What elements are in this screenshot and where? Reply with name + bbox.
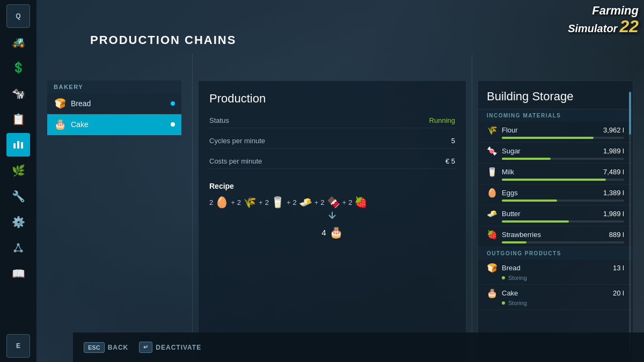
building-storage-title: Building Storage: [478, 81, 633, 109]
bread-status-indicator: [502, 276, 505, 279]
costs-label: Costs per minute: [209, 157, 262, 165]
outgoing-header: OUTGOING PRODUCTS: [478, 247, 633, 260]
page-title: PRODUCTION CHAINS: [90, 33, 236, 47]
strawberries-name: Strawberries: [502, 231, 605, 239]
svg-line-6: [15, 245, 18, 251]
sidebar-item-guide[interactable]: 📖: [6, 262, 30, 285]
sugar-icon: 🍬: [487, 146, 497, 156]
svg-line-7: [18, 245, 21, 251]
milk-name: Milk: [502, 168, 599, 176]
cake-label: Cake: [71, 120, 166, 129]
recipe-count-2: 2: [237, 198, 241, 206]
recipe-plus-2: +: [259, 198, 263, 206]
recipe-count-3: 2: [265, 198, 269, 206]
storage-item-butter: 🧈 Butter 1,989 l: [478, 205, 633, 226]
svg-rect-0: [13, 143, 16, 149]
cake-out-amount: 20 l: [613, 289, 624, 297]
bread-status-dot: [171, 101, 175, 106]
recipe-output-icon: 🎂: [330, 226, 343, 239]
sidebar-key-q[interactable]: Q: [6, 4, 30, 28]
cake-status-indicator: [502, 301, 505, 305]
storage-item-cake-out: 🎂 Cake 20 l Storing: [478, 285, 633, 310]
recipe-flour-icon: 🌾: [243, 196, 257, 209]
storage-item-sugar: 🍬 Sugar 1,989 l: [478, 143, 633, 164]
cycles-label: Cycles per minute: [209, 137, 265, 145]
left-panel: BAKERY 🍞 Bread 🎂 Cake: [47, 80, 181, 362]
bottom-bar: ESC BACK ↵ DEACTIVATE: [73, 333, 644, 362]
sidebar-item-production[interactable]: [6, 133, 30, 157]
recipe-plus-4: +: [314, 198, 319, 206]
main-content: PRODUCTION CHAINS BAKERY 🍞 Bread 🎂 Cake …: [36, 0, 644, 362]
bread-out-icon: 🍞: [487, 263, 497, 273]
eggs-amount: 1,389 l: [603, 189, 624, 197]
recipe-count-1: 2: [209, 198, 213, 206]
sidebar-item-field[interactable]: 🌿: [6, 159, 30, 182]
strawberries-bar-fill: [502, 241, 526, 243]
recipe-count-6: 2: [348, 198, 352, 206]
divider-left: [192, 54, 193, 362]
recipe-count-5: 2: [320, 198, 324, 206]
sidebar-item-contracts[interactable]: 📋: [6, 107, 30, 131]
deactivate-key: ↵: [139, 342, 152, 353]
storage-item-strawberries: 🍓 Strawberries 889 l: [478, 226, 633, 247]
deactivate-button[interactable]: ↵ DEACTIVATE: [139, 342, 201, 353]
sugar-amount: 1,989 l: [603, 147, 624, 155]
storage-item-flour: 🌾 Flour 3,962 l: [478, 122, 633, 143]
sidebar-item-tractor[interactable]: 🚜: [6, 30, 30, 54]
chain-item-cake[interactable]: 🎂 Cake: [47, 114, 181, 135]
status-label: Status: [209, 116, 229, 124]
recipe-strawberry-icon: 🍓: [354, 196, 368, 209]
flour-name: Flour: [502, 126, 599, 134]
divider-right: [472, 54, 472, 362]
back-button[interactable]: ESC BACK: [84, 342, 128, 353]
sugar-bar-bg: [502, 158, 624, 160]
milk-amount: 7,489 l: [603, 168, 624, 176]
milk-bar-fill: [502, 179, 606, 181]
chain-item-bread[interactable]: 🍞 Bread: [47, 93, 181, 114]
sidebar-item-animal[interactable]: 🐄: [6, 82, 30, 105]
strawberries-bar-bg: [502, 241, 624, 243]
sidebar-item-vehicle[interactable]: 🔧: [6, 184, 30, 208]
logo-year: 22: [619, 17, 639, 36]
sidebar-item-network[interactable]: [6, 236, 30, 260]
recipe-label: Recipe: [209, 182, 455, 190]
eggs-icon: 🥚: [487, 188, 497, 198]
cake-out-name: Cake: [502, 289, 609, 297]
cycles-row: Cycles per minute 5: [209, 137, 455, 149]
game-logo: Farming Simulator 22: [568, 4, 639, 36]
recipe-egg-icon: 🥚: [215, 196, 229, 209]
sidebar-item-money[interactable]: 💲: [6, 56, 30, 79]
eggs-bar-fill: [502, 200, 557, 202]
scrollbar[interactable]: [629, 92, 631, 351]
status-row: Status Running: [209, 116, 455, 128]
bread-icon: 🍞: [54, 98, 67, 109]
bread-out-status: Storing: [508, 275, 527, 281]
flour-bar-fill: [502, 137, 594, 139]
back-label: BACK: [108, 344, 129, 351]
milk-icon: 🥛: [487, 167, 497, 177]
costs-value: € 5: [445, 157, 455, 165]
eggs-name: Eggs: [502, 189, 599, 197]
status-value: Running: [429, 116, 455, 124]
butter-name: Butter: [502, 210, 599, 218]
cake-icon: 🎂: [54, 119, 67, 130]
logo-farming: Farming: [568, 4, 639, 17]
center-panel: Production Status Running Cycles per min…: [198, 80, 466, 362]
butter-bar-bg: [502, 220, 624, 223]
svg-rect-1: [17, 141, 19, 149]
storage-item-eggs: 🥚 Eggs 1,389 l: [478, 184, 633, 205]
cycles-value: 5: [451, 137, 455, 145]
right-panel: Building Storage INCOMING MATERIALS 🌾 Fl…: [478, 80, 633, 362]
butter-bar-fill: [502, 220, 569, 223]
category-header: BAKERY: [47, 80, 181, 93]
sidebar-key-e[interactable]: E: [6, 334, 30, 358]
recipe-section: Recipe 2 🥚 + 2 🌾 + 2 🥛 + 2 🧈 + 2 🍫 +: [209, 182, 455, 239]
recipe-output: 4 🎂: [209, 226, 455, 239]
recipe-milk-icon: 🥛: [271, 196, 284, 209]
costs-row: Costs per minute € 5: [209, 157, 455, 169]
flour-bar-bg: [502, 137, 624, 139]
cake-status-dot: [171, 122, 175, 127]
sidebar-item-settings[interactable]: ⚙️: [6, 210, 30, 234]
flour-icon: 🌾: [487, 125, 497, 135]
scroll-thumb[interactable]: [629, 92, 631, 135]
